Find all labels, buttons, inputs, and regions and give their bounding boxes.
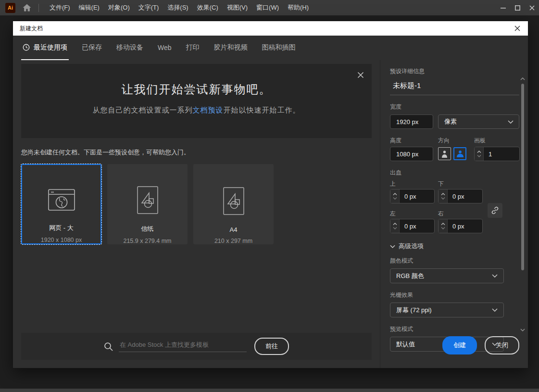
chevron-down-icon — [393, 197, 397, 200]
close-button[interactable]: 关闭 — [485, 336, 519, 354]
link-bleed-values-button[interactable] — [488, 203, 502, 218]
tab-recent[interactable]: 最近使用项 — [21, 36, 69, 60]
menu-file[interactable]: 文件(F) — [45, 3, 75, 12]
stepper-buttons[interactable] — [475, 147, 484, 161]
unit-select[interactable]: 像素 — [438, 114, 519, 129]
dialog-close-icon[interactable] — [514, 25, 521, 32]
tab-label: 打印 — [186, 43, 200, 52]
tab-mobile[interactable]: 移动设备 — [115, 36, 145, 60]
presets-area: 让我们开始尝试新事物吧。 从您自己的文档设置或一系列文档预设开始以快速开始工作。… — [13, 60, 380, 368]
bleed-left-field[interactable] — [400, 219, 434, 233]
scroll-up-icon[interactable] — [520, 77, 525, 80]
close-icon[interactable] — [525, 0, 539, 15]
portrait-orientation-icon[interactable] — [438, 147, 451, 160]
raster-effects-select[interactable]: 屏幕 (72 ppi) — [390, 303, 504, 317]
menu-effect[interactable]: 效果(C) — [193, 3, 223, 12]
bleed-top-field[interactable] — [400, 190, 434, 203]
stepper-buttons[interactable] — [439, 190, 448, 203]
bleed-label: 出血 — [390, 169, 519, 177]
menu-help[interactable]: 帮助(H) — [283, 3, 313, 12]
menu-window[interactable]: 窗口(W) — [252, 3, 283, 12]
search-input[interactable] — [119, 341, 247, 352]
menu-type[interactable]: 文字(T) — [134, 3, 163, 12]
chevron-up-icon — [393, 223, 397, 225]
bleed-left-stepper — [390, 219, 435, 233]
chevron-down-icon — [492, 274, 498, 278]
tab-label: 胶片和视频 — [214, 43, 248, 52]
tab-label: 最近使用项 — [34, 43, 67, 52]
stepper-buttons[interactable] — [439, 219, 448, 233]
preset-size: 210 x 297 mm — [214, 238, 252, 244]
advanced-options-toggle[interactable]: 高级选项 — [390, 242, 519, 251]
page-shapes-icon — [137, 186, 158, 214]
dialog-actions: 创建 关闭 — [442, 336, 519, 354]
preset-category-tabs: 最近使用项 已保存 移动设备 Web 打印 胶片和视频 图稿和插图 — [13, 36, 528, 60]
stepper-buttons[interactable] — [390, 190, 400, 203]
tab-film-video[interactable]: 胶片和视频 — [213, 36, 249, 60]
go-button[interactable]: 前往 — [254, 338, 289, 355]
chevron-down-icon — [393, 227, 397, 229]
advanced-options-label: 高级选项 — [399, 242, 424, 251]
tab-print[interactable]: 打印 — [185, 36, 201, 60]
chevron-up-icon — [441, 193, 445, 195]
maximize-icon[interactable] — [510, 0, 525, 15]
height-field[interactable] — [390, 147, 433, 161]
artboard-count-field[interactable] — [484, 147, 519, 161]
chevron-down-icon — [441, 227, 445, 229]
color-mode-select[interactable]: RGB 颜色 — [390, 268, 504, 283]
preset-name: A4 — [230, 226, 238, 233]
width-field[interactable] — [390, 114, 433, 129]
height-label: 高度 — [390, 137, 401, 145]
menu-edit[interactable]: 编辑(E) — [75, 3, 104, 12]
bleed-top-stepper — [390, 189, 435, 203]
menubar-separator — [38, 4, 39, 12]
banner-title: 让我们开始尝试新事物吧。 — [21, 64, 372, 97]
intro-text: 您尚未创建任何文档。下面是一些预设创意，可帮助您入门。 — [21, 148, 372, 157]
minimize-icon[interactable] — [496, 0, 510, 15]
banner-subtitle: 从您自己的文档设置或一系列文档预设开始以快速开始工作。 — [21, 106, 372, 115]
stepper-buttons[interactable] — [390, 219, 400, 233]
bleed-grid: 上 下 左 右 — [390, 180, 519, 234]
width-label: 宽度 — [390, 103, 519, 111]
scroll-down-icon[interactable] — [520, 329, 525, 331]
preset-name: 网页 - 大 — [49, 224, 74, 232]
tab-label: 图稿和插图 — [262, 43, 296, 52]
tab-label: Web — [158, 44, 172, 51]
chevron-up-icon — [393, 193, 397, 195]
tab-web[interactable]: Web — [156, 36, 173, 60]
home-icon[interactable] — [23, 4, 31, 12]
preset-card-web-large[interactable]: 网页 - 大 1920 x 1080 px — [21, 164, 101, 244]
dialog-titlebar: 新建文档 — [13, 21, 528, 36]
bleed-bottom-field[interactable] — [448, 190, 482, 203]
create-button[interactable]: 创建 — [442, 336, 477, 354]
unit-value: 像素 — [444, 117, 457, 126]
welcome-banner: 让我们开始尝试新事物吧。 从您自己的文档设置或一系列文档预设开始以快速开始工作。 — [21, 64, 372, 138]
panel-scrollbar[interactable] — [520, 77, 526, 331]
scrollbar-thumb[interactable] — [521, 84, 524, 270]
preset-details-panel: 预设详细信息 宽度 像素 高度 方向 画板 — [380, 60, 528, 368]
preset-card-a4[interactable]: A4 210 x 297 mm — [193, 164, 274, 244]
landscape-orientation-icon[interactable] — [453, 147, 466, 160]
menu-select[interactable]: 选择(S) — [163, 3, 192, 12]
bleed-top-label: 上 — [390, 180, 396, 188]
app-bottom-strip — [0, 389, 539, 392]
preview-mode-label: 预览模式 — [390, 325, 519, 333]
menu-object[interactable]: 对象(O) — [104, 3, 134, 12]
banner-close-icon[interactable] — [356, 71, 365, 79]
chevron-down-icon — [508, 120, 514, 124]
raster-effects-label: 光栅效果 — [390, 291, 519, 299]
window-controls — [496, 0, 539, 15]
bleed-bottom-label: 下 — [438, 180, 444, 188]
preset-card-letter[interactable]: 信纸 215.9 x 279.4 mm — [107, 164, 188, 244]
tab-saved[interactable]: 已保存 — [80, 36, 103, 60]
tab-art-illustration[interactable]: 图稿和插图 — [261, 36, 297, 60]
preview-mode-value: 默认值 — [396, 340, 415, 349]
color-mode-label: 颜色模式 — [390, 257, 519, 265]
preset-name: 信纸 — [141, 225, 154, 233]
bleed-right-stepper — [438, 219, 483, 233]
document-presets-link[interactable]: 文档预设 — [193, 106, 224, 114]
tab-label: 已保存 — [82, 43, 102, 52]
menu-view[interactable]: 视图(V) — [223, 3, 252, 12]
bleed-right-field[interactable] — [448, 219, 482, 233]
document-name-field[interactable] — [390, 82, 519, 95]
